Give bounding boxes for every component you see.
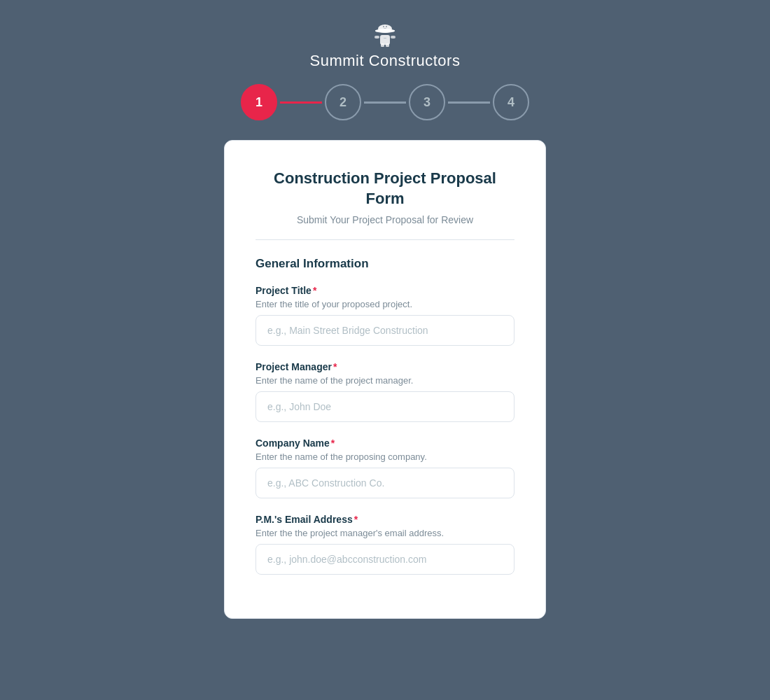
- svg-rect-9: [386, 26, 387, 27]
- logo-icon: [370, 20, 400, 48]
- step-4[interactable]: 4: [493, 84, 529, 120]
- form-subtitle: Submit Your Project Proposal for Review: [255, 214, 514, 225]
- project-title-input[interactable]: [255, 315, 514, 346]
- stepper: 1 2 3 4: [241, 84, 529, 120]
- required-star-2: *: [333, 361, 337, 372]
- section-title: General Information: [255, 257, 514, 271]
- step-1[interactable]: 1: [241, 84, 277, 120]
- project-title-description: Enter the title of your proposed project…: [255, 299, 514, 309]
- company-name-label: Company Name*: [255, 438, 514, 449]
- svg-rect-2: [375, 30, 395, 31]
- project-manager-label: Project Manager*: [255, 361, 514, 372]
- app-header: Summit Constructors: [310, 20, 461, 70]
- svg-rect-7: [386, 43, 389, 47]
- svg-rect-3: [380, 35, 390, 45]
- svg-rect-10: [384, 28, 386, 29]
- field-group-project-manager: Project Manager* Enter the name of the p…: [255, 361, 514, 422]
- field-group-pm-email: P.M.'s Email Address* Enter the the proj…: [255, 514, 514, 575]
- pm-email-description: Enter the the project manager's email ad…: [255, 528, 514, 538]
- company-name-description: Enter the name of the proposing company.: [255, 451, 514, 462]
- svg-rect-4: [374, 36, 379, 38]
- step-line-2: [364, 102, 406, 104]
- svg-rect-5: [391, 36, 396, 38]
- project-title-label: Project Title*: [255, 285, 514, 296]
- required-star-4: *: [354, 514, 358, 525]
- step-line-1: [280, 102, 322, 104]
- pm-email-label: P.M.'s Email Address*: [255, 514, 514, 525]
- svg-rect-8: [383, 26, 384, 27]
- pm-email-input[interactable]: [255, 544, 514, 575]
- required-star-3: *: [331, 438, 335, 449]
- step-3[interactable]: 3: [409, 84, 445, 120]
- field-group-project-title: Project Title* Enter the title of your p…: [255, 285, 514, 346]
- field-group-company-name: Company Name* Enter the name of the prop…: [255, 438, 514, 498]
- required-star-1: *: [313, 285, 316, 296]
- step-line-3: [448, 102, 490, 104]
- form-card: Construction Project Proposal Form Submi…: [224, 140, 546, 619]
- form-divider: [255, 239, 514, 240]
- svg-rect-11: [384, 38, 386, 38]
- project-manager-description: Enter the name of the project manager.: [255, 375, 514, 386]
- step-2[interactable]: 2: [325, 84, 361, 120]
- app-title: Summit Constructors: [310, 52, 461, 70]
- company-name-input[interactable]: [255, 468, 514, 498]
- form-title: Construction Project Proposal Form: [255, 169, 514, 209]
- project-manager-input[interactable]: [255, 391, 514, 422]
- svg-rect-6: [381, 43, 384, 47]
